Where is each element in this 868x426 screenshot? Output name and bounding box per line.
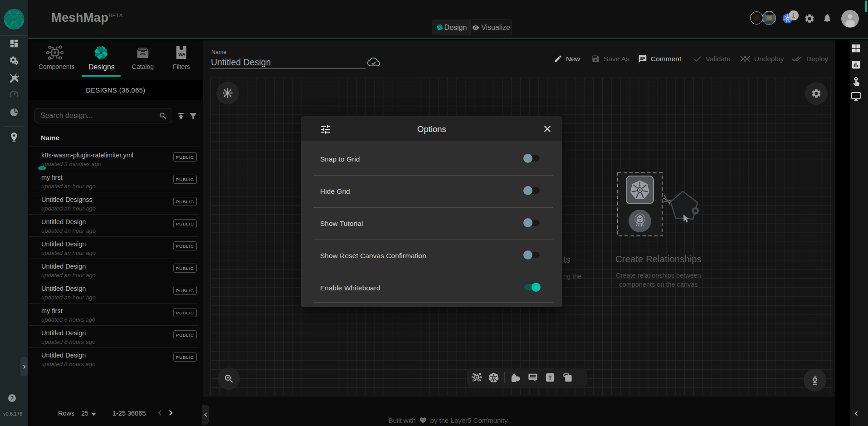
svg-text:WA: WA — [178, 52, 185, 57]
svg-text:T: T — [548, 374, 552, 381]
